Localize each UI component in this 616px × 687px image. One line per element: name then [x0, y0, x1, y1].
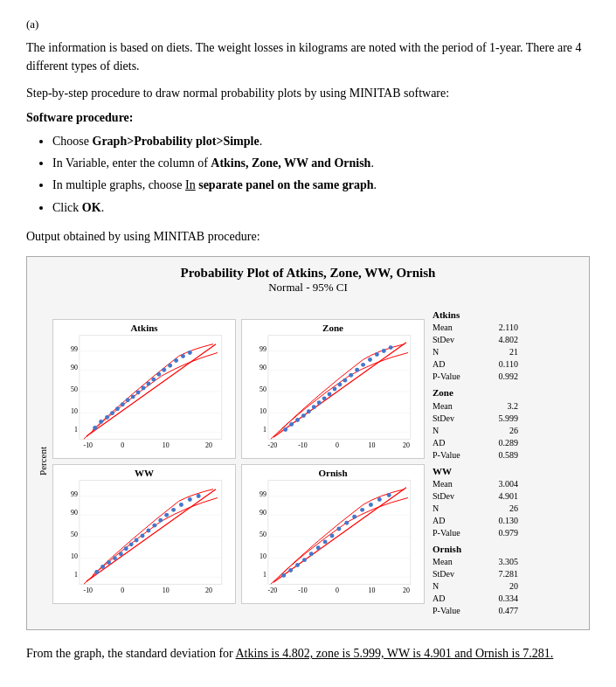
chart-legend: Atkins Mean 2.110 StDev 4.802 N 21 AD 0.…: [427, 302, 523, 621]
svg-point-55: [307, 409, 311, 413]
svg-text:-20: -20: [268, 586, 278, 594]
svg-point-25: [142, 385, 146, 390]
plots-area: Atkins 1 10 50 90 99 -10 0: [50, 316, 427, 607]
legend-ornish-stdev-value: 7.281: [499, 568, 519, 580]
svg-point-17: [99, 420, 103, 424]
svg-point-127: [330, 533, 335, 538]
conclusion-text: From the graph, the standard deviation f…: [26, 644, 590, 663]
legend-ww-stdev-label: StDev: [433, 490, 454, 503]
svg-point-62: [343, 378, 347, 382]
svg-text:20: 20: [403, 441, 410, 449]
svg-point-58: [322, 396, 327, 400]
svg-point-93: [135, 538, 139, 542]
plot-ww-title: WW: [135, 468, 154, 478]
legend-ornish-ad: AD 0.334: [433, 593, 518, 605]
svg-text:-20: -20: [268, 441, 278, 449]
legend-zone-mean: Mean 3.2: [433, 400, 518, 413]
svg-text:90: 90: [260, 509, 266, 517]
legend-atkins-n-label: N: [433, 346, 439, 358]
svg-point-131: [360, 507, 364, 511]
legend-zone-pvalue: P-Value 0.589: [433, 449, 518, 461]
conclusion-underlined: Atkins is 4.802, zone is 5.999, WW is 4.…: [236, 647, 554, 660]
legend-zone-n-label: N: [433, 425, 439, 437]
svg-point-33: [188, 350, 192, 355]
y-axis-label: Percent: [36, 447, 50, 475]
legend-atkins-stdev: StDev 4.802: [433, 334, 518, 346]
bullet-1: Choose Graph>Probability plot>Simple.: [52, 130, 590, 152]
svg-point-88: [107, 560, 111, 565]
svg-text:50: 50: [71, 530, 78, 538]
legend-ww-pvalue: P-Value 0.979: [433, 527, 518, 539]
bullet-4: Click OK.: [52, 197, 590, 219]
svg-point-61: [337, 382, 342, 386]
legend-ww-n-value: 26: [509, 503, 518, 515]
plot-atkins-title: Atkins: [130, 323, 157, 333]
svg-point-125: [316, 545, 321, 550]
svg-point-63: [349, 372, 353, 377]
svg-point-86: [94, 570, 99, 574]
svg-point-23: [131, 394, 135, 399]
bullet-3-underline: In: [185, 178, 196, 191]
plot-zone-svg: 1 10 50 90 99 -20 -10 0 10 20: [242, 320, 424, 458]
svg-text:0: 0: [336, 441, 339, 449]
svg-point-134: [387, 493, 391, 497]
legend-atkins-n-value: 21: [509, 346, 518, 358]
svg-point-51: [283, 427, 287, 431]
chart-title: Probability Plot of Atkins, Zone, WW, Or…: [181, 266, 436, 281]
svg-point-56: [312, 405, 316, 409]
svg-point-68: [382, 349, 386, 353]
svg-text:10: 10: [260, 552, 266, 559]
svg-text:99: 99: [71, 489, 78, 497]
svg-text:-10: -10: [298, 441, 308, 449]
legend-zone-stdev-label: StDev: [433, 413, 454, 425]
plot-ornish: Ornish 1 10 50 90 99 -20 -10 0 10: [241, 464, 425, 604]
svg-point-16: [93, 426, 97, 430]
svg-point-59: [328, 392, 332, 396]
legend-atkins-stdev-value: 4.802: [499, 334, 519, 346]
svg-point-126: [323, 539, 328, 544]
plot-ornish-title: Ornish: [318, 468, 347, 478]
plot-ww: WW 1 10 50 90 99 -10 0 10 20: [52, 464, 236, 604]
legend-atkins-title: Atkins: [433, 309, 518, 322]
svg-text:99: 99: [260, 344, 266, 352]
svg-point-27: [151, 377, 156, 381]
legend-zone-ad-label: AD: [433, 437, 445, 449]
svg-point-132: [369, 502, 373, 506]
legend-ornish-title: Ornish: [433, 543, 518, 556]
svg-point-123: [302, 558, 307, 562]
svg-point-28: [156, 371, 161, 376]
legend-ornish-n-value: 20: [509, 580, 518, 593]
legend-atkins-n: N 21: [433, 346, 518, 358]
svg-point-65: [361, 362, 365, 366]
legend-ww-ad-value: 0.130: [499, 515, 519, 527]
bullet-2: In Variable, enter the column of Atkins,…: [52, 152, 590, 174]
svg-text:10: 10: [71, 406, 78, 414]
svg-text:1: 1: [74, 426, 78, 434]
svg-point-87: [100, 565, 105, 569]
svg-point-30: [168, 363, 172, 367]
svg-point-22: [126, 398, 130, 402]
svg-point-130: [352, 514, 356, 518]
chart-body: Percent Atkins 1 10 50 90: [36, 302, 580, 621]
legend-ornish-stdev-label: StDev: [433, 568, 454, 580]
svg-text:0: 0: [121, 441, 124, 449]
legend-atkins-mean: Mean 2.110: [433, 322, 518, 334]
svg-text:10: 10: [260, 406, 266, 414]
svg-text:1: 1: [263, 426, 266, 434]
svg-point-89: [113, 556, 117, 560]
svg-point-94: [141, 533, 145, 538]
svg-point-91: [124, 546, 128, 551]
svg-point-66: [368, 357, 372, 361]
svg-point-54: [301, 413, 306, 418]
svg-point-120: [281, 572, 286, 577]
legend-ww-title: WW: [433, 465, 518, 478]
legend-ww-ad: AD 0.130: [433, 515, 518, 527]
legend-ornish-n-label: N: [433, 580, 439, 593]
plot-ww-svg: 1 10 50 90 99 -10 0 10 20: [53, 465, 235, 603]
svg-point-57: [317, 400, 322, 405]
svg-point-128: [336, 526, 341, 531]
svg-point-69: [389, 345, 393, 350]
svg-point-97: [158, 517, 163, 522]
legend-ornish-pvalue-value: 0.477: [499, 605, 519, 617]
svg-point-124: [309, 552, 314, 556]
